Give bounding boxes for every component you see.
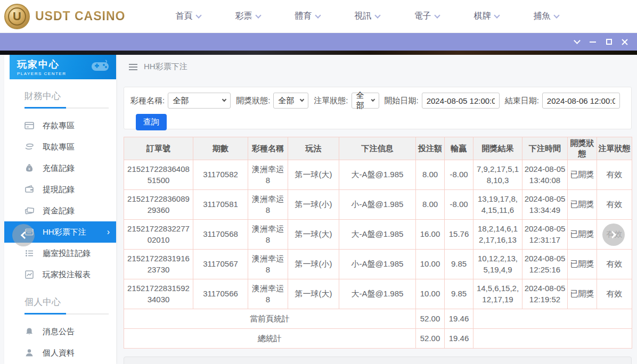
table-cell: 澳洲幸运8 <box>248 220 288 250</box>
sidebar-item-player-report[interactable]: 玩家投注報表 <box>4 264 116 285</box>
column-header: 彩種名稱 <box>248 137 288 160</box>
table-cell: 10.00 <box>416 250 445 279</box>
nav-item-label: 捕魚 <box>533 11 550 22</box>
chevron-down-icon <box>256 12 262 18</box>
sidebar-item-announcement-bell[interactable]: 消息公告 <box>4 321 116 342</box>
end-date-label: 結束日期: <box>505 96 539 106</box>
bets-table: 訂單號期數彩種名稱玩法下注信息投注額輸贏開獎結果下注時間開獎狀態注單狀態 215… <box>124 137 632 349</box>
summary-label: 當前頁統計 <box>124 309 416 329</box>
svg-text:¥: ¥ <box>28 167 30 171</box>
window-maximize-button[interactable] <box>601 36 617 48</box>
summary-label: 總統計 <box>124 329 416 349</box>
nav-item-label: 電子 <box>414 11 431 22</box>
window-close-button[interactable] <box>617 36 633 48</box>
nav-item-0[interactable]: 首頁 <box>175 11 201 22</box>
table-cell: 澳洲幸运8 <box>248 279 288 309</box>
table-cell: 31170581 <box>193 190 248 220</box>
chevron-down-icon <box>574 37 581 44</box>
nav-item-6[interactable]: 捕魚 <box>533 11 559 22</box>
table-cell: 有效 <box>597 190 632 220</box>
chevron-down-icon <box>196 12 202 18</box>
window-collapse-button[interactable] <box>569 36 585 48</box>
table-cell: 8.00 <box>416 190 445 220</box>
table-cell: 第一球(大) <box>288 279 339 309</box>
sidebar-item-label: 存款專區 <box>43 121 75 131</box>
deposit-icon <box>24 121 34 130</box>
brand-logo[interactable]: U USDT CASINO <box>4 4 125 29</box>
lottery-name-select[interactable]: 全部 <box>168 93 231 109</box>
table-cell: 已開獎 <box>568 250 597 279</box>
chevron-down-icon <box>375 12 381 18</box>
nav-item-4[interactable]: 電子 <box>414 11 439 22</box>
column-header: 下注信息 <box>339 137 416 160</box>
sidebar-section-title: 財務中心 <box>24 90 116 102</box>
summary-row: 當前頁統計52.0019.46 <box>124 309 632 329</box>
search-button[interactable]: 查詢 <box>136 114 167 130</box>
table-cell: 大-A盤@1.985 <box>339 279 416 309</box>
sidebar-item-label: HH彩票下注 <box>43 227 86 237</box>
table-cell: 已開獎 <box>568 190 597 220</box>
table-cell: 澳洲幸运8 <box>248 160 288 190</box>
table-cell: 2024-08-05 13:40:08 <box>522 160 568 190</box>
nav-item-label: 首頁 <box>175 11 192 22</box>
window-controls <box>569 33 633 51</box>
nav-item-label: 體育 <box>295 11 312 22</box>
sidebar-item-recharge-record[interactable]: ¥充值記錄 <box>4 158 116 179</box>
nav-item-3[interactable]: 視訊 <box>354 11 380 22</box>
brand-title: USDT CASINO <box>35 9 125 23</box>
table-cell: 2024-08-05 13:34:49 <box>522 190 568 220</box>
table-cell: 9.85 <box>445 250 473 279</box>
withdraw-icon <box>24 142 34 152</box>
chevron-left-icon <box>21 231 28 239</box>
window-minimize-button[interactable] <box>585 36 601 48</box>
sidebar-item-deposit[interactable]: 存款專區 <box>4 115 116 136</box>
room-bet-record-icon <box>24 249 34 258</box>
pagination-panel <box>124 357 632 364</box>
table-row: 215217228364085150031170582澳洲幸运8第一球(大)大-… <box>124 160 632 190</box>
sidebar-item-funds-record[interactable]: 資金記錄 <box>4 200 116 221</box>
table-cell: 31170566 <box>193 279 248 309</box>
breadcrumb: HH彩票下注 <box>116 55 637 79</box>
chevron-down-icon <box>222 97 226 102</box>
maximize-icon <box>606 39 612 45</box>
order-status-value: 全部 <box>356 90 366 111</box>
draw-status-select[interactable]: 全部 <box>273 93 308 109</box>
recharge-record-icon: ¥ <box>24 163 34 173</box>
table-cell: 2152172283227702010 <box>124 220 193 250</box>
top-header: U USDT CASINO 首頁彩票體育視訊電子棋牌捕魚 <box>0 0 637 33</box>
column-header: 訂單號 <box>124 137 193 160</box>
nav-item-1[interactable]: 彩票 <box>235 11 260 22</box>
order-status-label: 注單狀態: <box>314 96 348 106</box>
sidebar-item-profile-person[interactable]: 個人資料 <box>4 342 116 363</box>
table-cell: 2024-08-05 12:25:16 <box>522 250 568 279</box>
order-status-select[interactable]: 全部 <box>352 93 379 109</box>
table-cell: 大-A盤@1.985 <box>339 160 416 190</box>
menu-hamburger-icon[interactable] <box>129 62 137 72</box>
summary-empty-cell <box>473 309 632 329</box>
table-cell: 31170568 <box>193 220 248 250</box>
nav-item-label: 視訊 <box>354 11 371 22</box>
sidebar-item-withdraw[interactable]: 取款專區 <box>4 136 116 158</box>
section-underline <box>24 107 109 109</box>
table-cell: -8.00 <box>445 190 473 220</box>
table-cell: 已開獎 <box>568 279 597 309</box>
panel-expand-button[interactable] <box>602 224 625 246</box>
nav-item-2[interactable]: 體育 <box>295 11 320 22</box>
table-cell: 2152172283608929360 <box>124 190 193 220</box>
sidebar-item-label: 取款專區 <box>43 142 75 152</box>
summary-bet-total: 52.00 <box>416 309 445 329</box>
app-body: 玩家中心 PLAYERS CENTER 財務中心存款專區取款專區¥充值記錄提現記… <box>0 55 637 364</box>
table-cell: 第一球(小) <box>288 250 339 279</box>
announcement-bell-icon <box>24 327 34 336</box>
window-titlebar <box>0 33 637 51</box>
main-content: HH彩票下注 彩種名稱: 全部 開獎狀態: 全部 注單狀態: 全部 <box>116 55 637 364</box>
sidebar-item-withdraw-record[interactable]: 提現記錄 <box>4 179 116 200</box>
end-date-input[interactable] <box>542 93 620 109</box>
table-cell: 已開獎 <box>568 160 597 190</box>
sidebar-item-label: 資金記錄 <box>43 206 75 216</box>
table-cell: 16.00 <box>416 220 445 250</box>
sidebar-collapse-button[interactable] <box>12 224 35 246</box>
start-date-input[interactable] <box>422 93 500 109</box>
column-header: 開獎結果 <box>473 137 522 160</box>
nav-item-5[interactable]: 棋牌 <box>473 11 499 22</box>
